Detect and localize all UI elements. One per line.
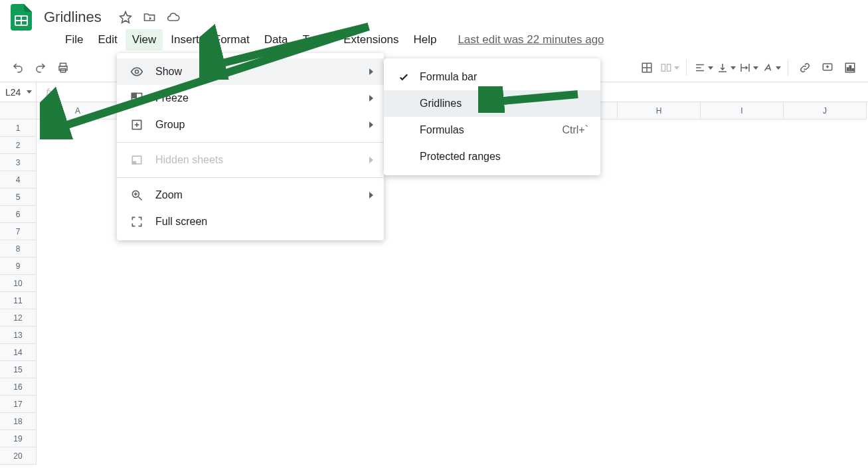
svg-rect-9 [661, 64, 665, 72]
row-header[interactable]: 12 [0, 309, 37, 327]
row-header[interactable]: 20 [0, 447, 37, 465]
check-icon [396, 71, 412, 83]
row-header[interactable]: 14 [0, 344, 37, 361]
undo-button[interactable] [8, 58, 28, 78]
svg-line-38 [209, 27, 369, 66]
row-header[interactable]: 18 [0, 413, 37, 430]
svg-line-39 [488, 94, 578, 102]
name-box[interactable]: L24 [0, 82, 37, 102]
row-header[interactable]: 16 [0, 378, 37, 396]
row-header[interactable]: 19 [0, 430, 37, 447]
insert-comment-button[interactable] [818, 58, 837, 78]
show-submenu: Formula bar Gridlines Formulas Ctrl+` Pr… [384, 58, 600, 175]
menu-item-label: Formula bar [420, 71, 477, 83]
toolbar-separator [686, 60, 687, 76]
row-header[interactable]: 10 [0, 275, 37, 292]
view-full-screen-item[interactable]: Full screen [117, 208, 384, 235]
row-header[interactable]: 6 [0, 206, 37, 223]
last-edit-link[interactable]: Last edit was 22 minutes ago [458, 33, 604, 46]
row-header[interactable]: 1 [0, 119, 37, 137]
horizontal-align-button[interactable] [693, 58, 713, 78]
toolbar-separator [788, 60, 788, 76]
row-header[interactable]: 9 [0, 258, 37, 275]
row-header[interactable]: 4 [0, 171, 37, 189]
borders-button[interactable] [637, 58, 657, 78]
svg-rect-23 [849, 66, 851, 71]
menu-help[interactable]: Help [406, 29, 443, 50]
menu-item-label: Zoom [155, 189, 183, 201]
menu-separator [117, 142, 384, 143]
svg-rect-24 [852, 69, 853, 71]
row-header[interactable]: 11 [0, 292, 37, 309]
menu-item-label: Full screen [155, 216, 207, 228]
menu-item-label: Gridlines [420, 98, 462, 110]
svg-rect-32 [132, 162, 135, 164]
row-headers[interactable]: 1 2 3 4 5 6 7 8 9 10 11 12 13 14 15 16 1… [0, 119, 37, 465]
row-header[interactable]: 2 [0, 137, 37, 154]
menu-item-label: Protected ranges [420, 151, 501, 163]
row-header[interactable]: 13 [0, 327, 37, 344]
select-all-corner[interactable] [0, 102, 37, 119]
text-wrap-button[interactable] [738, 58, 758, 78]
keyboard-shortcut: Ctrl+` [562, 124, 588, 136]
column-header[interactable]: H [618, 102, 701, 119]
sheets-logo[interactable] [8, 4, 35, 31]
menu-item-label: Hidden sheets [155, 154, 223, 166]
row-header[interactable]: 7 [0, 223, 37, 240]
row-header[interactable]: 3 [0, 154, 37, 171]
svg-line-34 [139, 197, 142, 200]
menu-item-label: Formulas [420, 124, 464, 136]
row-header[interactable]: 5 [0, 189, 37, 206]
column-header[interactable]: I [701, 102, 784, 119]
merge-cells-button[interactable] [659, 58, 679, 78]
zoom-icon [129, 187, 145, 203]
show-protected-ranges-item[interactable]: Protected ranges [384, 143, 600, 170]
row-header[interactable]: 8 [0, 240, 37, 258]
insert-chart-button[interactable] [840, 58, 860, 78]
text-rotation-button[interactable] [761, 58, 781, 78]
column-header[interactable]: J [784, 102, 867, 119]
annotation-arrow [199, 20, 379, 80]
svg-rect-22 [847, 68, 849, 71]
view-zoom-item[interactable]: Zoom [117, 182, 384, 208]
submenu-arrow-icon [369, 157, 373, 163]
fullscreen-icon [129, 214, 145, 230]
menu-separator [117, 177, 384, 178]
show-formulas-item[interactable]: Formulas Ctrl+` [384, 117, 600, 143]
insert-link-button[interactable] [795, 58, 815, 78]
row-header[interactable]: 15 [0, 361, 37, 378]
vertical-align-button[interactable] [716, 58, 736, 78]
annotation-arrow [478, 86, 584, 113]
sheet-icon [129, 152, 145, 168]
svg-rect-10 [667, 64, 670, 72]
submenu-arrow-icon [369, 192, 373, 198]
view-hidden-sheets-item: Hidden sheets [117, 147, 384, 173]
row-header[interactable]: 17 [0, 396, 37, 413]
